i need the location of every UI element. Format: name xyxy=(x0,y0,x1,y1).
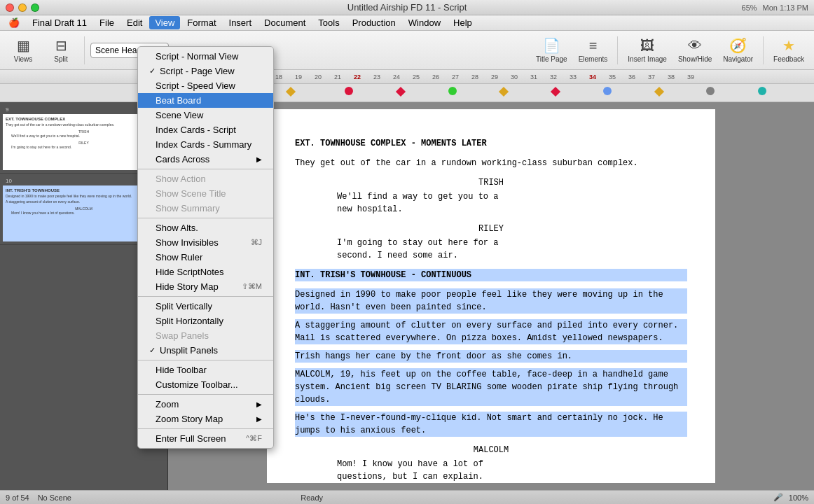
separator-1 xyxy=(84,36,85,64)
menu-hide-scriptnotes[interactable]: Hide ScriptNotes xyxy=(138,265,273,279)
menu-hide-toolbar[interactable]: Hide Toolbar xyxy=(138,363,273,377)
insert-image-button[interactable]: 🖼 Insert Image xyxy=(623,35,671,66)
beat-marker-7 xyxy=(758,87,766,95)
status-right: 🎤 100% xyxy=(773,493,808,502)
title-bar: Untitled Airship FD 11 - Script 65% Mon … xyxy=(0,0,814,15)
separator-1 xyxy=(138,169,273,169)
hide-story-map-shortcut: ⇧⌘M xyxy=(242,282,262,291)
feedback-button[interactable]: ★ Feedback xyxy=(769,34,808,66)
menu-hide-story-map-label: Hide Story Map xyxy=(156,281,219,292)
menu-apple[interactable]: 🍎 xyxy=(3,16,25,29)
beat-diamond-3 xyxy=(499,86,509,96)
menu-zoom-story-map[interactable]: Zoom Story Map ▶ xyxy=(138,412,273,426)
ruler: 13 14 15 16 17 18 19 20 21 22 23 24 25 2… xyxy=(0,70,814,84)
insert-image-label: Insert Image xyxy=(628,55,667,63)
beat-bar xyxy=(0,84,814,102)
menu-insert[interactable]: Insert xyxy=(223,16,258,29)
menu-show-ruler-label: Show Ruler xyxy=(156,252,202,262)
menu-document[interactable]: Document xyxy=(258,16,311,29)
separator-4 xyxy=(138,360,273,360)
action-7: Trish mutes the TV. Absent-mindedly pock… xyxy=(295,489,687,490)
menu-split-horizontally[interactable]: Split Horizontally xyxy=(138,314,273,328)
menu-show-ruler[interactable]: Show Ruler xyxy=(138,250,273,265)
action-3: A staggering amount of clutter on every … xyxy=(295,319,687,344)
menu-zoom[interactable]: Zoom ▶ xyxy=(138,397,273,412)
app-window: ▦ Views ⊟ Split Scene Heading ▼ 📄 Title … xyxy=(0,31,814,504)
window-controls xyxy=(6,4,39,12)
beat-diamond-1 xyxy=(286,86,296,96)
main-content: 9 EXT. TOWNHOUSE COMPLEX They get out of… xyxy=(0,102,814,490)
character-trish-1: TRISH xyxy=(295,176,687,189)
dialogue-riley: I'm going to stay out here for asecond. … xyxy=(337,237,645,262)
menu-script-normal[interactable]: Script - Normal View xyxy=(138,49,273,64)
action-6: He's the I-never-found-my-clique kid. No… xyxy=(295,412,687,437)
title-page-icon: 📄 xyxy=(543,37,560,54)
split-icon: ⊟ xyxy=(55,37,67,54)
menu-show-summary: Show Summary xyxy=(138,201,273,216)
menu-window[interactable]: Window xyxy=(403,16,446,29)
menu-cards-across[interactable]: Cards Across ▶ xyxy=(138,152,273,167)
maximize-button[interactable] xyxy=(31,4,39,12)
battery-indicator: 65% xyxy=(742,4,757,12)
view-dropdown-menu[interactable]: Script - Normal View ✓ Script - Page Vie… xyxy=(137,46,274,449)
show-hide-button[interactable]: 👁 Show/Hide xyxy=(674,35,716,66)
title-bar-right: 65% Mon 1:13 PM xyxy=(742,4,808,12)
title-page-label: Title Page xyxy=(536,55,567,63)
menu-scene-view-label: Scene View xyxy=(156,110,203,120)
menu-show-invisibles-label: Show Invisibles xyxy=(156,237,219,248)
elements-button[interactable]: ≡ Elements xyxy=(574,35,612,66)
views-label: Views xyxy=(14,55,33,63)
separator-2 xyxy=(138,218,273,218)
menu-script-page[interactable]: ✓ Script - Page View xyxy=(138,64,273,78)
menu-show-invisibles[interactable]: Show Invisibles ⌘J xyxy=(138,235,273,250)
separator-6 xyxy=(138,428,273,429)
insert-image-icon: 🖼 xyxy=(640,38,654,54)
show-hide-label: Show/Hide xyxy=(678,55,712,63)
menu-script-speed[interactable]: Script - Speed View xyxy=(138,78,273,93)
menu-unsplit-panels[interactable]: ✓ Unsplit Panels xyxy=(138,343,273,358)
toolbar: ▦ Views ⊟ Split Scene Heading ▼ 📄 Title … xyxy=(0,31,814,70)
views-button[interactable]: ▦ Views xyxy=(6,34,41,66)
dialogue-trish-1: We'll find a way to get you to anew hosp… xyxy=(337,190,645,216)
menu-enter-full-screen[interactable]: Enter Full Screen ^⌘F xyxy=(138,431,273,446)
menu-view[interactable]: View xyxy=(149,16,180,29)
zoom-arrow-icon: ▶ xyxy=(256,400,262,408)
menu-customize-toolbar[interactable]: Customize Toolbar... xyxy=(138,377,273,392)
action-2: Designed in 1990 to make poor people fee… xyxy=(295,288,687,314)
minimize-button[interactable] xyxy=(18,4,27,12)
close-button[interactable] xyxy=(6,4,14,12)
status-bar: 9 of 54 No Scene Ready 🎤 100% xyxy=(0,490,814,504)
elements-icon: ≡ xyxy=(589,38,598,54)
menu-index-cards-script[interactable]: Index Cards - Script xyxy=(138,122,273,137)
menu-beat-board[interactable]: Beat Board xyxy=(138,93,273,108)
split-button[interactable]: ⊟ Split xyxy=(43,34,78,66)
menu-production[interactable]: Production xyxy=(347,16,401,29)
menu-split-vertically[interactable]: Split Vertically xyxy=(138,299,273,314)
cards-across-arrow-icon: ▶ xyxy=(256,155,262,163)
microphone-icon: 🎤 xyxy=(773,493,783,502)
menu-edit[interactable]: Edit xyxy=(121,16,148,29)
title-page-button[interactable]: 📄 Title Page xyxy=(532,34,572,66)
action-4: Trish hangs her cane by the front door a… xyxy=(295,350,687,363)
beat-marker-5 xyxy=(603,87,612,95)
menu-hide-story-map[interactable]: Hide Story Map ⇧⌘M xyxy=(138,279,273,294)
menu-index-cards-summary[interactable]: Index Cards - Summary xyxy=(138,137,273,152)
menu-scene-view[interactable]: Scene View xyxy=(138,108,273,122)
menu-help[interactable]: Help xyxy=(448,16,478,29)
menu-format[interactable]: Format xyxy=(181,16,221,29)
menu-file[interactable]: File xyxy=(94,16,120,29)
scene-heading-ext: EXT. TOWNHOUSE COMPLEX - MOMENTS LATER xyxy=(295,137,687,150)
menu-show-alts[interactable]: Show Alts. xyxy=(138,220,273,235)
menu-index-cards-script-label: Index Cards - Script xyxy=(156,125,236,135)
menu-swap-panels-label: Swap Panels xyxy=(156,330,209,341)
menu-final-draft[interactable]: Final Draft 11 xyxy=(27,16,92,29)
menu-zoom-label: Zoom xyxy=(156,399,179,410)
window-title: Untitled Airship FD 11 - Script xyxy=(347,2,467,13)
beat-diamond-2 xyxy=(396,86,406,96)
menu-show-summary-label: Show Summary xyxy=(156,203,220,214)
menu-swap-panels: Swap Panels xyxy=(138,328,273,343)
feedback-label: Feedback xyxy=(773,55,804,63)
navigator-button[interactable]: 🧭 Navigator xyxy=(719,34,757,66)
action-1: They get out of the car in a rundown wor… xyxy=(295,157,687,169)
menu-tools[interactable]: Tools xyxy=(312,16,345,29)
